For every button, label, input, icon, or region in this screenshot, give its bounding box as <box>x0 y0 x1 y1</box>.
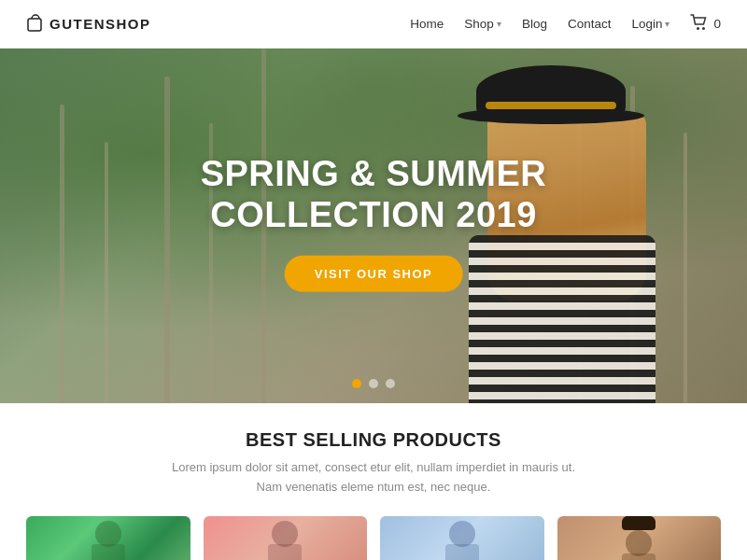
shop-chevron: ▾ <box>497 19 501 29</box>
login-chevron: ▾ <box>665 19 669 29</box>
person-silhouette-3 <box>434 521 490 560</box>
dot-2[interactable] <box>369 379 378 388</box>
cart-count: 0 <box>713 17 721 31</box>
nav-home[interactable]: Home <box>410 17 444 31</box>
svg-point-2 <box>702 27 705 30</box>
hero-dots <box>352 379 395 388</box>
visit-shop-button[interactable]: VISIT OUR SHOP <box>285 256 462 292</box>
bag-icon <box>26 13 43 35</box>
svg-rect-0 <box>28 19 41 31</box>
sil-hat <box>622 516 655 530</box>
hero-content: SPRING & SUMMER COLLECTION 2019 VISIT OU… <box>201 154 547 292</box>
nav-login[interactable]: Login ▾ <box>631 17 669 31</box>
product-card-1[interactable] <box>26 516 190 560</box>
products-section: BEST SELLING PRODUCTS Lorem ipsum dolor … <box>0 403 747 560</box>
svg-point-1 <box>697 27 699 30</box>
cart-button[interactable]: 0 <box>690 14 721 35</box>
product-card-2[interactable] <box>204 516 368 560</box>
logo-text: GUTENSHOP <box>49 16 151 32</box>
header: GUTENSHOP Home Shop ▾ Blog Contact Login… <box>0 0 747 49</box>
nav-contact[interactable]: Contact <box>568 17 612 31</box>
logo[interactable]: GUTENSHOP <box>26 13 151 35</box>
products-grid <box>26 516 721 560</box>
hero-hat <box>476 65 626 117</box>
person-silhouette-4 <box>611 521 667 560</box>
dot-1[interactable] <box>352 379 361 388</box>
nav-shop[interactable]: Shop ▾ <box>464 17 501 31</box>
nav-blog[interactable]: Blog <box>522 17 547 31</box>
person-silhouette-2 <box>257 521 313 560</box>
person-silhouette-1 <box>80 521 136 560</box>
products-subtitle: Lorem ipsum dolor sit amet, consect etur… <box>26 458 721 497</box>
hero-title: SPRING & SUMMER COLLECTION 2019 <box>201 154 547 235</box>
cart-icon <box>690 14 709 35</box>
products-title: BEST SELLING PRODUCTS <box>26 429 721 451</box>
product-card-3[interactable] <box>380 516 544 560</box>
product-card-4[interactable] <box>557 516 722 560</box>
hero-section: SPRING & SUMMER COLLECTION 2019 VISIT OU… <box>0 49 747 403</box>
dot-3[interactable] <box>386 379 395 388</box>
nav: Home Shop ▾ Blog Contact Login ▾ 0 <box>410 14 721 35</box>
